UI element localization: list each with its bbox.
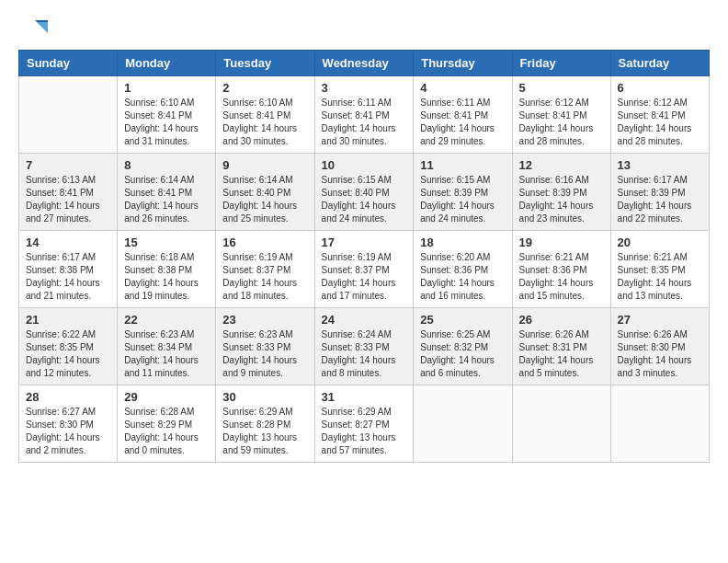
calendar-cell: 2Sunrise: 6:10 AMSunset: 8:41 PMDaylight… (216, 76, 314, 154)
day-info: Sunrise: 6:27 AMSunset: 8:30 PMDaylight:… (26, 406, 110, 457)
col-tuesday: Tuesday (216, 51, 314, 76)
col-friday: Friday (512, 51, 610, 76)
day-number: 17 (322, 236, 407, 249)
calendar-cell: 9Sunrise: 6:14 AMSunset: 8:40 PMDaylight… (216, 154, 314, 231)
day-info: Sunrise: 6:15 AMSunset: 8:39 PMDaylight:… (420, 174, 505, 225)
day-number: 21 (26, 313, 110, 327)
day-info: Sunrise: 6:11 AMSunset: 8:41 PMDaylight:… (420, 97, 505, 148)
day-info: Sunrise: 6:10 AMSunset: 8:41 PMDaylight:… (222, 97, 307, 148)
day-info: Sunrise: 6:11 AMSunset: 8:41 PMDaylight:… (322, 97, 407, 148)
day-number: 22 (124, 313, 209, 327)
day-info: Sunrise: 6:14 AMSunset: 8:41 PMDaylight:… (124, 174, 209, 225)
calendar-cell (19, 76, 118, 154)
calendar-cell: 13Sunrise: 6:17 AMSunset: 8:39 PMDayligh… (610, 154, 709, 231)
col-monday: Monday (118, 51, 216, 76)
day-info: Sunrise: 6:23 AMSunset: 8:34 PMDaylight:… (124, 328, 209, 380)
day-info: Sunrise: 6:12 AMSunset: 8:41 PMDaylight:… (618, 97, 702, 148)
day-info: Sunrise: 6:22 AMSunset: 8:35 PMDaylight:… (26, 328, 110, 380)
day-info: Sunrise: 6:26 AMSunset: 8:30 PMDaylight:… (618, 328, 702, 380)
calendar-cell: 21Sunrise: 6:22 AMSunset: 8:35 PMDayligh… (19, 308, 118, 385)
calendar-week-row: 7Sunrise: 6:13 AMSunset: 8:41 PMDaylight… (19, 154, 710, 231)
calendar-week-row: 28Sunrise: 6:27 AMSunset: 8:30 PMDayligh… (19, 385, 710, 463)
calendar-cell: 7Sunrise: 6:13 AMSunset: 8:41 PMDaylight… (19, 154, 118, 231)
calendar-week-row: 1Sunrise: 6:10 AMSunset: 8:41 PMDaylight… (19, 76, 710, 154)
col-sunday: Sunday (19, 51, 118, 76)
calendar-cell: 28Sunrise: 6:27 AMSunset: 8:30 PMDayligh… (19, 385, 118, 463)
logo (18, 18, 48, 40)
calendar-cell: 22Sunrise: 6:23 AMSunset: 8:34 PMDayligh… (118, 308, 216, 385)
day-number: 27 (618, 313, 702, 327)
day-info: Sunrise: 6:21 AMSunset: 8:36 PMDaylight:… (519, 251, 604, 303)
calendar-cell: 26Sunrise: 6:26 AMSunset: 8:31 PMDayligh… (512, 308, 610, 385)
col-wednesday: Wednesday (314, 51, 414, 76)
calendar-cell (610, 385, 709, 463)
calendar-cell: 23Sunrise: 6:23 AMSunset: 8:33 PMDayligh… (216, 308, 314, 385)
day-info: Sunrise: 6:14 AMSunset: 8:40 PMDaylight:… (222, 174, 307, 225)
day-info: Sunrise: 6:19 AMSunset: 8:37 PMDaylight:… (322, 251, 407, 303)
calendar-cell: 24Sunrise: 6:24 AMSunset: 8:33 PMDayligh… (314, 308, 414, 385)
calendar-cell: 12Sunrise: 6:16 AMSunset: 8:39 PMDayligh… (512, 154, 610, 231)
page-header (18, 18, 710, 40)
day-info: Sunrise: 6:29 AMSunset: 8:28 PMDaylight:… (222, 406, 307, 457)
day-info: Sunrise: 6:16 AMSunset: 8:39 PMDaylight:… (519, 174, 604, 225)
day-number: 24 (322, 313, 407, 327)
day-info: Sunrise: 6:13 AMSunset: 8:41 PMDaylight:… (26, 174, 110, 225)
calendar-cell: 27Sunrise: 6:26 AMSunset: 8:30 PMDayligh… (610, 308, 709, 385)
day-info: Sunrise: 6:17 AMSunset: 8:38 PMDaylight:… (26, 251, 110, 303)
day-number: 4 (420, 81, 505, 95)
day-number: 15 (124, 236, 209, 249)
day-number: 23 (222, 313, 307, 327)
calendar-cell: 25Sunrise: 6:25 AMSunset: 8:32 PMDayligh… (414, 308, 512, 385)
day-number: 31 (322, 390, 407, 404)
day-number: 26 (519, 313, 604, 327)
day-number: 7 (26, 158, 110, 172)
day-number: 8 (124, 158, 209, 172)
calendar-cell: 6Sunrise: 6:12 AMSunset: 8:41 PMDaylight… (610, 76, 709, 154)
day-number: 2 (222, 81, 307, 95)
calendar-cell: 31Sunrise: 6:29 AMSunset: 8:27 PMDayligh… (314, 385, 414, 463)
day-info: Sunrise: 6:15 AMSunset: 8:40 PMDaylight:… (322, 174, 407, 225)
day-number: 25 (420, 313, 505, 327)
day-number: 10 (322, 158, 407, 172)
day-info: Sunrise: 6:25 AMSunset: 8:32 PMDaylight:… (420, 328, 505, 380)
calendar-cell: 4Sunrise: 6:11 AMSunset: 8:41 PMDaylight… (414, 76, 512, 154)
logo-icon (18, 18, 48, 40)
day-number: 29 (124, 390, 209, 404)
calendar-cell: 8Sunrise: 6:14 AMSunset: 8:41 PMDaylight… (118, 154, 216, 231)
day-info: Sunrise: 6:21 AMSunset: 8:35 PMDaylight:… (618, 251, 702, 303)
day-number: 3 (322, 81, 407, 95)
calendar-cell: 10Sunrise: 6:15 AMSunset: 8:40 PMDayligh… (314, 154, 414, 231)
calendar-cell: 15Sunrise: 6:18 AMSunset: 8:38 PMDayligh… (118, 231, 216, 308)
day-info: Sunrise: 6:28 AMSunset: 8:29 PMDaylight:… (124, 406, 209, 457)
calendar-cell: 29Sunrise: 6:28 AMSunset: 8:29 PMDayligh… (118, 385, 216, 463)
day-info: Sunrise: 6:20 AMSunset: 8:36 PMDaylight:… (420, 251, 505, 303)
day-info: Sunrise: 6:24 AMSunset: 8:33 PMDaylight:… (322, 328, 407, 380)
day-number: 1 (124, 81, 209, 95)
day-number: 28 (26, 390, 110, 404)
calendar-cell (414, 385, 512, 463)
day-number: 18 (420, 236, 505, 249)
calendar-cell: 5Sunrise: 6:12 AMSunset: 8:41 PMDaylight… (512, 76, 610, 154)
day-info: Sunrise: 6:19 AMSunset: 8:37 PMDaylight:… (222, 251, 307, 303)
calendar-cell: 20Sunrise: 6:21 AMSunset: 8:35 PMDayligh… (610, 231, 709, 308)
day-info: Sunrise: 6:29 AMSunset: 8:27 PMDaylight:… (322, 406, 407, 457)
calendar-header-row: Sunday Monday Tuesday Wednesday Thursday… (19, 51, 710, 76)
calendar-cell: 18Sunrise: 6:20 AMSunset: 8:36 PMDayligh… (414, 231, 512, 308)
col-thursday: Thursday (414, 51, 512, 76)
calendar-week-row: 14Sunrise: 6:17 AMSunset: 8:38 PMDayligh… (19, 231, 710, 308)
calendar-cell: 19Sunrise: 6:21 AMSunset: 8:36 PMDayligh… (512, 231, 610, 308)
calendar-cell: 16Sunrise: 6:19 AMSunset: 8:37 PMDayligh… (216, 231, 314, 308)
calendar-week-row: 21Sunrise: 6:22 AMSunset: 8:35 PMDayligh… (19, 308, 710, 385)
calendar-cell: 3Sunrise: 6:11 AMSunset: 8:41 PMDaylight… (314, 76, 414, 154)
calendar-cell: 30Sunrise: 6:29 AMSunset: 8:28 PMDayligh… (216, 385, 314, 463)
col-saturday: Saturday (610, 51, 709, 76)
calendar-table: Sunday Monday Tuesday Wednesday Thursday… (18, 50, 710, 463)
day-number: 9 (222, 158, 307, 172)
calendar-cell: 17Sunrise: 6:19 AMSunset: 8:37 PMDayligh… (314, 231, 414, 308)
day-info: Sunrise: 6:18 AMSunset: 8:38 PMDaylight:… (124, 251, 209, 303)
day-info: Sunrise: 6:12 AMSunset: 8:41 PMDaylight:… (519, 97, 604, 148)
day-number: 20 (618, 236, 702, 249)
calendar-cell: 1Sunrise: 6:10 AMSunset: 8:41 PMDaylight… (118, 76, 216, 154)
calendar-cell: 14Sunrise: 6:17 AMSunset: 8:38 PMDayligh… (19, 231, 118, 308)
calendar-cell: 11Sunrise: 6:15 AMSunset: 8:39 PMDayligh… (414, 154, 512, 231)
